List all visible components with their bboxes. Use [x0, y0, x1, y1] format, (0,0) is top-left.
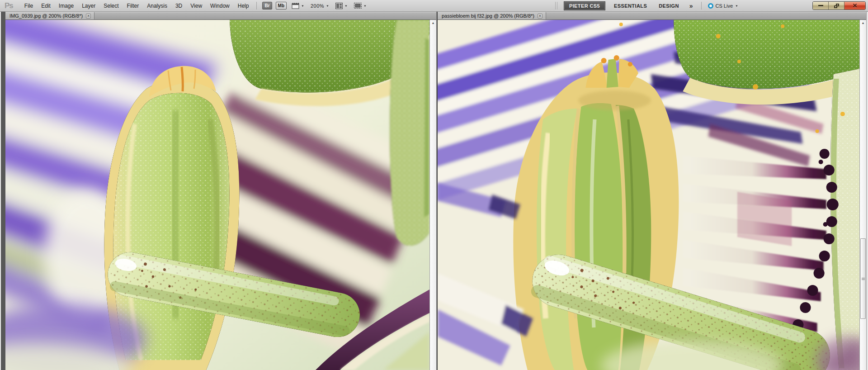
workspace-essentials[interactable]: ESSENTIALS	[608, 3, 653, 9]
tab-title: passiebloem bij f32.jpg @ 200% (RGB/8*)	[442, 13, 534, 19]
tab-bar-left: IMG_0939.jpg @ 200% (RGB/8*) ×	[5, 12, 436, 20]
chevron-down-icon: ▼	[363, 5, 367, 7]
menu-image[interactable]: Image	[55, 3, 78, 9]
screen-mode-button[interactable]: ▼	[354, 3, 367, 9]
cs-live-label: CS Live	[716, 3, 733, 9]
restore-button[interactable]	[829, 2, 844, 9]
close-button[interactable]: ✕	[844, 2, 865, 9]
launch-mini-bridge-button[interactable]: Mb	[276, 2, 287, 9]
ps-logo: Ps	[5, 1, 13, 10]
view-extras-button[interactable]: ▼	[292, 3, 304, 9]
application-bar-right: PIETER CS5 ESSENTIALS DESIGN » CS Live ▼…	[552, 1, 868, 10]
document-canvas-right[interactable]	[438, 20, 859, 370]
scroll-up-arrow-icon[interactable]: ▲	[430, 21, 436, 24]
menu-window[interactable]: Window	[206, 3, 234, 9]
photoshop-window: Ps File Edit Image Layer Select Filter A…	[0, 0, 868, 370]
minimize-icon	[818, 5, 823, 6]
chevron-down-icon: ▼	[344, 5, 348, 7]
tab-title: IMG_0939.jpg @ 200% (RGB/8*)	[9, 13, 83, 19]
tab-passiebloem[interactable]: passiebloem bij f32.jpg @ 200% (RGB/8*) …	[438, 12, 546, 19]
cs-live-separator	[701, 2, 702, 9]
menu-bar: Ps File Edit Image Layer Select Filter A…	[0, 0, 868, 12]
zoom-level-value: 200%	[311, 3, 324, 9]
menu-view[interactable]: View	[186, 3, 206, 9]
scrollbar-left[interactable]: ▲	[429, 20, 436, 370]
document-workarea: IMG_0939.jpg @ 200% (RGB/8*) ×	[0, 12, 868, 370]
screen-mode-icon	[354, 3, 362, 9]
close-icon: ✕	[853, 2, 858, 9]
view-extras-icon	[292, 3, 299, 9]
toolbar-separator	[256, 2, 257, 9]
restore-icon	[834, 4, 839, 8]
document-pane-left: IMG_0939.jpg @ 200% (RGB/8*) ×	[5, 12, 436, 370]
chevron-down-icon: ▼	[735, 5, 738, 7]
launch-bridge-button[interactable]: Br	[262, 2, 272, 9]
menu-analysis[interactable]: Analysis	[143, 3, 171, 9]
menu-select[interactable]: Select	[99, 3, 123, 9]
scroll-up-arrow-icon[interactable]: ▲	[860, 21, 866, 24]
zoom-level-dropdown[interactable]: 200% ▼	[311, 3, 329, 9]
menu-filter[interactable]: Filter	[123, 3, 143, 9]
arrange-documents-button[interactable]: ▼	[335, 3, 348, 9]
workspace-separator	[555, 2, 557, 9]
right-flower-image	[438, 20, 859, 370]
window-edge-right	[866, 12, 868, 370]
menu-layer[interactable]: Layer	[78, 3, 99, 9]
menu-help[interactable]: Help	[234, 3, 253, 9]
arrange-documents-icon	[335, 3, 343, 9]
minimize-button[interactable]	[813, 2, 829, 9]
document-pane-right: passiebloem bij f32.jpg @ 200% (RGB/8*) …	[438, 12, 866, 370]
document-canvas-left[interactable]	[5, 20, 429, 370]
left-flower-image	[5, 20, 429, 370]
scrollbar-right[interactable]: ▲	[859, 20, 866, 370]
menu-file[interactable]: File	[20, 3, 37, 9]
menu-3d[interactable]: 3D	[171, 3, 186, 9]
chevron-down-icon: ▼	[301, 5, 304, 7]
chevron-down-icon: ▼	[326, 5, 329, 7]
workspace-design[interactable]: DESIGN	[653, 3, 685, 9]
workspace-overflow-button[interactable]: »	[685, 2, 698, 9]
cs-live-icon	[708, 3, 713, 9]
cs-live-button[interactable]: CS Live ▼	[708, 3, 738, 9]
tab-close-icon[interactable]: ×	[538, 14, 542, 19]
window-edge-left	[0, 12, 5, 370]
tab-img-0939[interactable]: IMG_0939.jpg @ 200% (RGB/8*) ×	[5, 12, 94, 19]
menu-edit[interactable]: Edit	[37, 3, 55, 9]
tab-bar-right: passiebloem bij f32.jpg @ 200% (RGB/8*) …	[438, 12, 866, 20]
window-controls: ✕	[812, 1, 866, 10]
scrollbar-grip-icon	[862, 277, 865, 280]
tab-close-icon[interactable]: ×	[86, 14, 91, 19]
scrollbar-thumb[interactable]	[860, 238, 866, 319]
workspace-pieter-cs5[interactable]: PIETER CS5	[564, 1, 605, 10]
